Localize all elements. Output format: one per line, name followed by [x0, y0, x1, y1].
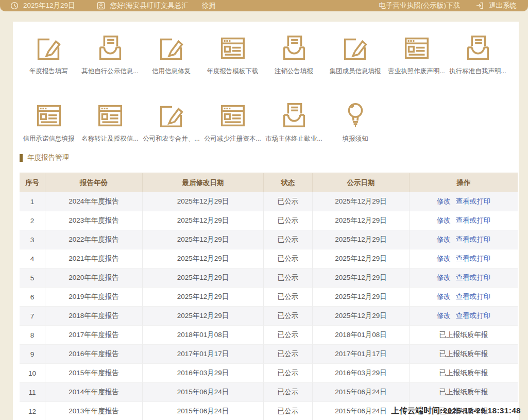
shortcut-item[interactable]: 名称转让及授权信...: [79, 99, 141, 143]
view-print-link[interactable]: 查看或打印: [456, 235, 491, 244]
publish-date: 2025年12月29日: [313, 268, 410, 288]
actions-cell: 修改查看或打印: [410, 211, 518, 230]
logout-link[interactable]: 退出系统: [489, 1, 517, 10]
actions-cell: 修改查看或打印: [410, 230, 518, 249]
row-number: 1: [20, 192, 45, 211]
last-modified-date: 2025年12月29日: [143, 249, 264, 268]
table-row: 92016年年度报告2017年01月17日已公示2017年01月17日已上报纸质…: [20, 345, 518, 364]
publish-date: 2025年12月29日: [313, 211, 410, 230]
license-download-link[interactable]: 电子营业执照(公示版)下载: [379, 1, 461, 10]
modify-link[interactable]: 修改: [437, 292, 451, 301]
column-header: 公示日期: [313, 173, 410, 192]
shortcut-label: 信用承诺信息填报: [23, 135, 75, 143]
shortcut-item[interactable]: 营业执照作废声明...: [386, 32, 447, 76]
topbar: 2025年12月29日 您好!海安县叮叮文具总汇 徐拥 电子营业执照(公示版)下…: [0, 0, 528, 11]
report-year: 2017年年度报告: [45, 326, 143, 345]
status-text: 已公示: [264, 288, 313, 307]
annual-report-page: { "topbar": { "date": "2025年12月29日", "gr…: [0, 0, 528, 420]
actions-cell: 已上报纸质年报: [410, 345, 518, 364]
shortcut-label: 年度报告填写: [29, 67, 68, 76]
last-modified-date: 2025年12月29日: [143, 230, 264, 249]
modify-link[interactable]: 修改: [437, 216, 451, 225]
shortcut-item[interactable]: 市场主体终止歇业...: [263, 99, 325, 143]
last-modified-date: 2016年03月29日: [143, 364, 264, 383]
publish-date: 2015年06月24日: [313, 383, 410, 402]
report-year: 2013年年度报告: [45, 402, 143, 420]
shortcut-item[interactable]: 公司和农专合并、...: [141, 99, 202, 143]
report-year: 2014年年度报告: [45, 383, 143, 402]
table-row: 32022年年度报告2025年12月29日已公示2025年12月29日修改查看或…: [20, 230, 518, 249]
browser-icon: [33, 99, 65, 131]
view-print-link[interactable]: 查看或打印: [456, 254, 491, 263]
status-text: 已公示: [264, 402, 313, 420]
modify-link[interactable]: 修改: [437, 197, 451, 206]
actions-cell: 已上报纸质年报: [410, 364, 518, 383]
paper-report-submitted-text: 已上报纸质年报: [439, 330, 488, 340]
status-text: 已公示: [264, 268, 313, 288]
view-print-link[interactable]: 查看或打印: [456, 311, 491, 321]
browser-icon: [401, 32, 433, 64]
report-year: 2024年年度报告: [45, 192, 143, 211]
status-text: 已公示: [264, 230, 313, 249]
shortcut-item[interactable]: 信用承诺信息填报: [18, 99, 79, 143]
current-date: 2025年12月29日: [23, 1, 75, 10]
row-number: 4: [20, 249, 45, 268]
inbox-icon: [278, 32, 310, 64]
status-text: 已公示: [264, 249, 313, 268]
table-row: 42021年年度报告2025年12月29日已公示2025年12月29日修改查看或…: [20, 249, 518, 268]
shortcut-item[interactable]: 其他自行公示信息...: [79, 32, 141, 76]
last-modified-date: 2017年01月17日: [143, 345, 264, 364]
modify-link[interactable]: 修改: [437, 311, 451, 321]
view-print-link[interactable]: 查看或打印: [456, 292, 491, 301]
actions-cell: 修改查看或打印: [410, 307, 518, 326]
status-text: 已公示: [264, 364, 313, 383]
username-text: 徐拥: [202, 1, 216, 10]
annual-report-table: 序号报告年份最后修改日期状态公示日期操作 12024年年度报告2025年12月2…: [20, 173, 518, 420]
shortcut-label: 公司和农专合并、...: [143, 135, 199, 143]
shortcut-item[interactable]: 集团成员信息填报: [325, 32, 386, 76]
edit-icon: [156, 32, 188, 64]
shortcut-item[interactable]: 注销公告填报: [263, 32, 325, 76]
paper-report-submitted-text: 已上报纸质年报: [439, 388, 488, 397]
modify-link[interactable]: 修改: [437, 235, 451, 244]
publish-date: 2016年03月29日: [313, 364, 410, 383]
publish-date: 2025年12月29日: [313, 192, 410, 211]
shortcut-row-2: 信用承诺信息填报 名称转让及授权信... 公司和农专合并、...: [13, 99, 519, 143]
logout-icon[interactable]: [475, 2, 484, 10]
table-header-row: 序号报告年份最后修改日期状态公示日期操作: [20, 173, 518, 192]
modify-link[interactable]: 修改: [437, 273, 451, 282]
clock-icon: [10, 2, 19, 10]
bulb-icon: [339, 99, 371, 131]
shortcut-item[interactable]: 执行标准自我声明...: [447, 32, 508, 76]
actions-cell: 已上报纸质年报: [410, 326, 518, 345]
shortcut-item[interactable]: 公司减少注册资本...: [202, 99, 263, 143]
shortcut-item[interactable]: 填报须知: [325, 99, 386, 143]
view-print-link[interactable]: 查看或打印: [456, 273, 491, 282]
last-modified-date: 2025年12月29日: [143, 288, 264, 307]
row-number: 9: [20, 345, 45, 364]
row-number: 7: [20, 307, 45, 326]
section-header: 年度报告管理: [20, 153, 69, 162]
shortcut-label: 公司减少注册资本...: [204, 135, 261, 143]
shortcut-item[interactable]: 信用信息修复: [141, 32, 202, 76]
shortcut-label: 年度报告模板下载: [207, 67, 259, 76]
report-year: 2022年年度报告: [45, 230, 143, 249]
shortcut-label: 执行标准自我声明...: [449, 67, 506, 76]
shortcut-item[interactable]: 年度报告模板下载: [202, 32, 263, 76]
report-year: 2016年年度报告: [45, 345, 143, 364]
status-text: 已公示: [264, 326, 313, 345]
inbox-icon: [94, 32, 126, 64]
view-print-link[interactable]: 查看或打印: [456, 216, 491, 225]
publish-date: 2025年12月29日: [313, 230, 410, 249]
edit-icon: [156, 99, 188, 131]
modify-link[interactable]: 修改: [437, 254, 451, 263]
shortcut-label: 市场主体终止歇业...: [265, 135, 322, 143]
view-print-link[interactable]: 查看或打印: [456, 197, 491, 206]
table-row: 62019年年度报告2025年12月29日已公示2025年12月29日修改查看或…: [20, 288, 518, 307]
browser-icon: [217, 99, 249, 131]
table-body: 12024年年度报告2025年12月29日已公示2025年12月29日修改查看或…: [20, 192, 518, 420]
paper-report-submitted-text: 已上报纸质年报: [439, 349, 488, 359]
shortcut-item[interactable]: 年度报告填写: [18, 32, 79, 76]
table-row: 22023年年度报告2025年12月29日已公示2025年12月29日修改查看或…: [20, 211, 518, 230]
table-row: 82017年年度报告2018年01月08日已公示2018年01月08日已上报纸质…: [20, 326, 518, 345]
